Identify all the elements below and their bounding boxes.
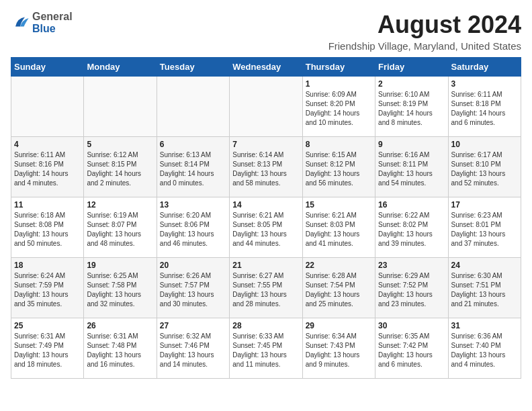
day-info: Sunrise: 6:33 AM Sunset: 7:45 PM Dayligh… [232, 332, 299, 369]
week-row-2: 4Sunrise: 6:11 AM Sunset: 8:16 PM Daylig… [11, 137, 521, 197]
day-number: 18 [14, 261, 81, 270]
calendar-cell [84, 77, 157, 137]
calendar-cell: 22Sunrise: 6:28 AM Sunset: 7:54 PM Dayli… [302, 258, 375, 318]
week-row-5: 25Sunrise: 6:31 AM Sunset: 7:49 PM Dayli… [11, 318, 521, 379]
day-number: 11 [14, 200, 81, 210]
header-cell-tuesday: Tuesday [157, 58, 229, 77]
calendar-cell: 17Sunrise: 6:23 AM Sunset: 8:01 PM Dayli… [448, 197, 521, 258]
calendar-cell: 12Sunrise: 6:19 AM Sunset: 8:07 PM Dayli… [84, 197, 157, 258]
header-cell-monday: Monday [84, 58, 157, 77]
calendar-cell: 15Sunrise: 6:21 AM Sunset: 8:03 PM Dayli… [302, 197, 375, 258]
calendar-header: SundayMondayTuesdayWednesdayThursdayFrid… [11, 58, 521, 77]
calendar-body: 1Sunrise: 6:09 AM Sunset: 8:20 PM Daylig… [11, 77, 521, 379]
calendar-cell: 29Sunrise: 6:34 AM Sunset: 7:43 PM Dayli… [302, 318, 375, 379]
calendar-cell: 7Sunrise: 6:14 AM Sunset: 8:13 PM Daylig… [230, 137, 302, 197]
day-info: Sunrise: 6:09 AM Sunset: 8:20 PM Dayligh… [306, 90, 372, 128]
month-title: August 2024 [328, 11, 521, 39]
day-info: Sunrise: 6:17 AM Sunset: 8:10 PM Dayligh… [451, 150, 518, 188]
day-info: Sunrise: 6:22 AM Sunset: 8:02 PM Dayligh… [378, 211, 445, 248]
week-row-3: 11Sunrise: 6:18 AM Sunset: 8:08 PM Dayli… [11, 197, 521, 258]
logo-general: General [32, 11, 73, 23]
day-info: Sunrise: 6:34 AM Sunset: 7:43 PM Dayligh… [306, 332, 372, 369]
calendar-cell: 31Sunrise: 6:36 AM Sunset: 7:40 PM Dayli… [448, 318, 521, 379]
logo-blue: Blue [32, 23, 73, 35]
day-info: Sunrise: 6:31 AM Sunset: 7:48 PM Dayligh… [87, 332, 153, 369]
header-cell-sunday: Sunday [11, 58, 84, 77]
day-info: Sunrise: 6:29 AM Sunset: 7:52 PM Dayligh… [378, 271, 445, 309]
calendar-cell: 26Sunrise: 6:31 AM Sunset: 7:48 PM Dayli… [84, 318, 157, 379]
calendar-cell: 10Sunrise: 6:17 AM Sunset: 8:10 PM Dayli… [448, 137, 521, 197]
day-info: Sunrise: 6:21 AM Sunset: 8:05 PM Dayligh… [232, 211, 299, 248]
location-subtitle: Friendship Village, Maryland, United Sta… [328, 40, 521, 52]
day-number: 1 [306, 79, 372, 89]
day-number: 8 [306, 140, 372, 149]
day-info: Sunrise: 6:19 AM Sunset: 8:07 PM Dayligh… [87, 211, 153, 248]
day-info: Sunrise: 6:13 AM Sunset: 8:14 PM Dayligh… [160, 150, 226, 188]
calendar-cell: 4Sunrise: 6:11 AM Sunset: 8:16 PM Daylig… [11, 137, 84, 197]
day-info: Sunrise: 6:32 AM Sunset: 7:46 PM Dayligh… [160, 332, 226, 369]
calendar-cell [157, 77, 229, 137]
calendar-cell: 18Sunrise: 6:24 AM Sunset: 7:59 PM Dayli… [11, 258, 84, 318]
calendar-cell: 21Sunrise: 6:27 AM Sunset: 7:55 PM Dayli… [230, 258, 302, 318]
day-number: 12 [87, 200, 153, 210]
day-number: 15 [306, 200, 372, 210]
day-number: 16 [378, 200, 445, 210]
calendar-cell: 5Sunrise: 6:12 AM Sunset: 8:15 PM Daylig… [84, 137, 157, 197]
header-cell-friday: Friday [375, 58, 448, 77]
calendar-cell: 11Sunrise: 6:18 AM Sunset: 8:08 PM Dayli… [11, 197, 84, 258]
day-info: Sunrise: 6:12 AM Sunset: 8:15 PM Dayligh… [87, 150, 153, 188]
week-row-4: 18Sunrise: 6:24 AM Sunset: 7:59 PM Dayli… [11, 258, 521, 318]
day-number: 30 [378, 321, 445, 330]
day-number: 22 [306, 261, 372, 270]
day-info: Sunrise: 6:18 AM Sunset: 8:08 PM Dayligh… [14, 211, 81, 248]
day-info: Sunrise: 6:25 AM Sunset: 7:58 PM Dayligh… [87, 271, 153, 309]
header-cell-thursday: Thursday [302, 58, 375, 77]
header-cell-saturday: Saturday [448, 58, 521, 77]
calendar-cell: 20Sunrise: 6:26 AM Sunset: 7:57 PM Dayli… [157, 258, 229, 318]
day-info: Sunrise: 6:24 AM Sunset: 7:59 PM Dayligh… [14, 271, 81, 309]
day-number: 25 [14, 321, 81, 330]
day-number: 21 [232, 261, 299, 270]
header-row: SundayMondayTuesdayWednesdayThursdayFrid… [11, 58, 521, 77]
day-info: Sunrise: 6:16 AM Sunset: 8:11 PM Dayligh… [378, 150, 445, 188]
calendar-cell: 23Sunrise: 6:29 AM Sunset: 7:52 PM Dayli… [375, 258, 448, 318]
calendar-cell: 25Sunrise: 6:31 AM Sunset: 7:49 PM Dayli… [11, 318, 84, 379]
day-number: 20 [160, 261, 226, 270]
calendar-cell [11, 77, 84, 137]
calendar-cell: 19Sunrise: 6:25 AM Sunset: 7:58 PM Dayli… [84, 258, 157, 318]
calendar-cell: 3Sunrise: 6:11 AM Sunset: 8:18 PM Daylig… [448, 77, 521, 137]
day-info: Sunrise: 6:20 AM Sunset: 8:06 PM Dayligh… [160, 211, 226, 248]
day-number: 6 [160, 140, 226, 149]
calendar-cell: 14Sunrise: 6:21 AM Sunset: 8:05 PM Dayli… [230, 197, 302, 258]
day-number: 29 [306, 321, 372, 330]
calendar-cell: 2Sunrise: 6:10 AM Sunset: 8:19 PM Daylig… [375, 77, 448, 137]
day-number: 17 [451, 200, 518, 210]
day-info: Sunrise: 6:36 AM Sunset: 7:40 PM Dayligh… [451, 332, 518, 369]
day-number: 4 [14, 140, 81, 149]
page-header: General Blue August 2024 Friendship Vill… [11, 11, 521, 52]
day-info: Sunrise: 6:31 AM Sunset: 7:49 PM Dayligh… [14, 332, 81, 369]
day-number: 3 [451, 79, 518, 89]
day-info: Sunrise: 6:28 AM Sunset: 7:54 PM Dayligh… [306, 271, 372, 309]
day-info: Sunrise: 6:14 AM Sunset: 8:13 PM Dayligh… [232, 150, 299, 188]
calendar-cell: 13Sunrise: 6:20 AM Sunset: 8:06 PM Dayli… [157, 197, 229, 258]
day-info: Sunrise: 6:15 AM Sunset: 8:12 PM Dayligh… [306, 150, 372, 188]
day-info: Sunrise: 6:26 AM Sunset: 7:57 PM Dayligh… [160, 271, 226, 309]
day-number: 23 [378, 261, 445, 270]
day-info: Sunrise: 6:21 AM Sunset: 8:03 PM Dayligh… [306, 211, 372, 248]
day-number: 14 [232, 200, 299, 210]
logo: General Blue [11, 11, 73, 35]
day-number: 31 [451, 321, 518, 330]
logo-text: General Blue [32, 11, 73, 35]
day-number: 9 [378, 140, 445, 149]
logo-bird-icon [11, 13, 30, 32]
day-info: Sunrise: 6:11 AM Sunset: 8:16 PM Dayligh… [14, 150, 81, 188]
day-info: Sunrise: 6:10 AM Sunset: 8:19 PM Dayligh… [378, 90, 445, 128]
day-number: 24 [451, 261, 518, 270]
calendar-cell: 6Sunrise: 6:13 AM Sunset: 8:14 PM Daylig… [157, 137, 229, 197]
calendar-cell: 28Sunrise: 6:33 AM Sunset: 7:45 PM Dayli… [230, 318, 302, 379]
day-number: 13 [160, 200, 226, 210]
calendar-cell: 24Sunrise: 6:30 AM Sunset: 7:51 PM Dayli… [448, 258, 521, 318]
header-cell-wednesday: Wednesday [230, 58, 302, 77]
calendar-cell: 27Sunrise: 6:32 AM Sunset: 7:46 PM Dayli… [157, 318, 229, 379]
